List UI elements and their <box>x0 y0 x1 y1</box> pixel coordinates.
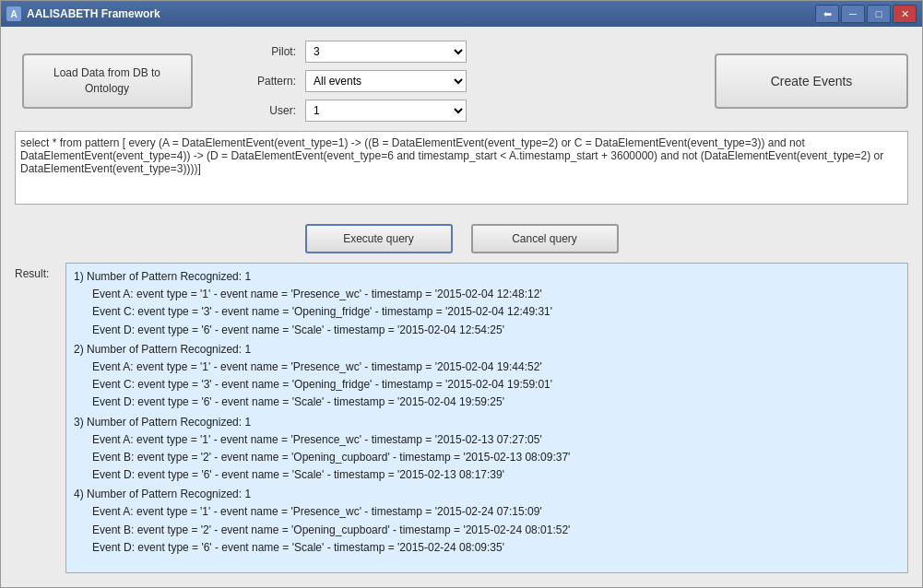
result-event-line: Event A: event type = '1' - event name =… <box>74 359 900 376</box>
result-label: Result: <box>15 263 65 573</box>
title-bar: A AALISABETH Framework ⬅ ─ □ ✕ <box>1 1 922 27</box>
pilot-select[interactable]: 3 1 2 <box>305 41 467 63</box>
result-event-line: Event B: event type = '2' - event name =… <box>74 449 900 466</box>
load-data-button[interactable]: Load Data from DB to Ontology <box>22 53 193 109</box>
back-button[interactable]: ⬅ <box>815 5 839 23</box>
maximize-button[interactable]: □ <box>867 5 891 23</box>
result-section: Result: 1) Number of Pattern Recognized:… <box>15 263 908 573</box>
result-event-line: Event D: event type = '6' - event name =… <box>74 539 900 557</box>
result-group: 3) Number of Pattern Recognized: 1Event … <box>74 414 900 485</box>
pattern-select[interactable]: All events Pattern 1 Pattern 2 <box>305 70 467 92</box>
pattern-row: Pattern: All events Pattern 1 Pattern 2 <box>245 70 678 92</box>
result-group-header: 1) Number of Pattern Recognized: 1 <box>74 268 900 286</box>
result-event-line: Event A: event type = '1' - event name =… <box>74 431 900 449</box>
result-row: Result: 1) Number of Pattern Recognized:… <box>15 263 908 573</box>
pattern-label: Pattern: <box>245 75 296 88</box>
user-select[interactable]: 1 2 3 <box>305 100 467 122</box>
execute-query-button[interactable]: Execute query <box>305 224 453 253</box>
query-buttons: Execute query Cancel query <box>15 224 908 253</box>
controls-area: Pilot: 3 1 2 Pattern: All events Pattern… <box>245 41 678 122</box>
title-bar-controls: ⬅ ─ □ ✕ <box>815 5 917 23</box>
result-event-line: Event A: event type = '1' - event name =… <box>74 503 900 521</box>
result-group: 2) Number of Pattern Recognized: 1Event … <box>74 341 900 412</box>
user-label: User: <box>245 104 296 117</box>
result-event-line: Event A: event type = '1' - event name =… <box>74 286 900 303</box>
result-event-line: Event D: event type = '6' - event name =… <box>74 394 900 411</box>
result-event-line: Event C: event type = '3' - event name =… <box>74 303 900 321</box>
query-input[interactable] <box>15 131 908 205</box>
main-content: Load Data from DB to Ontology Pilot: 3 1… <box>1 27 922 587</box>
load-btn-area: Load Data from DB to Ontology <box>15 44 199 118</box>
title-bar-left: A AALISABETH Framework <box>6 6 160 21</box>
close-button[interactable]: ✕ <box>893 5 917 23</box>
cancel-query-button[interactable]: Cancel query <box>471 224 619 253</box>
top-section: Load Data from DB to Ontology Pilot: 3 1… <box>15 41 908 122</box>
result-group: 4) Number of Pattern Recognized: 1Event … <box>74 486 900 557</box>
result-box[interactable]: 1) Number of Pattern Recognized: 1Event … <box>65 263 908 573</box>
pilot-row: Pilot: 3 1 2 <box>245 41 678 63</box>
result-event-line: Event B: event type = '2' - event name =… <box>74 522 900 539</box>
query-area <box>15 131 908 207</box>
result-content: 1) Number of Pattern Recognized: 1Event … <box>74 268 900 557</box>
create-events-button[interactable]: Create Events <box>715 53 908 109</box>
main-window: A AALISABETH Framework ⬅ ─ □ ✕ Load Data… <box>0 0 923 588</box>
result-event-line: Event D: event type = '6' - event name =… <box>74 322 900 339</box>
result-group-header: 2) Number of Pattern Recognized: 1 <box>74 341 900 359</box>
window-title: AALISABETH Framework <box>27 7 160 20</box>
result-event-line: Event C: event type = '3' - event name =… <box>74 376 900 394</box>
pilot-label: Pilot: <box>245 45 296 58</box>
app-icon: A <box>6 6 21 21</box>
minimize-button[interactable]: ─ <box>841 5 865 23</box>
result-group-header: 4) Number of Pattern Recognized: 1 <box>74 486 900 503</box>
user-row: User: 1 2 3 <box>245 100 678 122</box>
result-group-header: 3) Number of Pattern Recognized: 1 <box>74 414 900 431</box>
result-group: 1) Number of Pattern Recognized: 1Event … <box>74 268 900 339</box>
result-event-line: Event D: event type = '6' - event name =… <box>74 466 900 484</box>
